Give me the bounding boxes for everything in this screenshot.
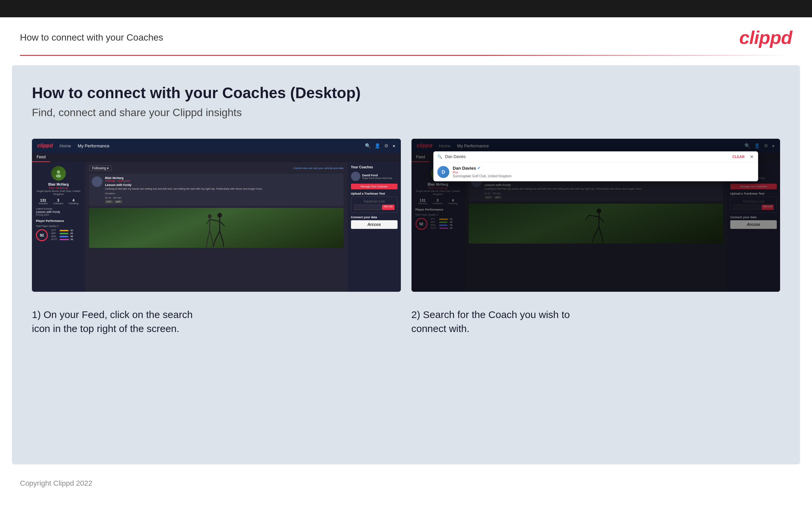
screenshot-1: clippd Home My Performance 🔍 👤 ⚙ ● Feed xyxy=(32,139,401,292)
gear-icon[interactable]: ⚙ xyxy=(384,143,389,149)
tab-bar: Feed xyxy=(32,153,401,162)
clear-button[interactable]: CLEAR xyxy=(732,155,745,159)
result-role: Pro xyxy=(453,171,512,174)
svg-point-2 xyxy=(218,213,222,218)
user-handicap: Plus Handicap xyxy=(36,186,81,189)
copyright-text: Copyright Clippd 2022 xyxy=(20,479,92,488)
nav-home[interactable]: Home xyxy=(59,143,71,149)
clippd-logo: clippd xyxy=(739,27,792,48)
search-icon[interactable]: 🔍 xyxy=(365,143,371,149)
tag-ott: OTT xyxy=(105,200,113,203)
followers-stat: 3 Followers xyxy=(53,198,63,205)
trackman-input-row: Add Link xyxy=(354,205,394,210)
latest-activity-title: Lesson with Fordy xyxy=(36,210,81,214)
left-panel: Blair McHarg Plus Handicap Royal North D… xyxy=(32,162,85,292)
coach-avatar xyxy=(351,172,360,181)
tag-app: APP xyxy=(114,200,122,203)
svg-line-16 xyxy=(212,241,213,247)
coach-name: David Ford xyxy=(362,174,392,177)
upload-section: Upload a Trackman Test Trackman Link Add… xyxy=(351,192,397,213)
search-input[interactable]: Dan Davies xyxy=(445,154,729,159)
step-1-text: 1) On your Feed, click on the searchicon… xyxy=(32,308,401,336)
app-ui-1: clippd Home My Performance 🔍 👤 ⚙ ● Feed xyxy=(32,139,401,292)
close-search-button[interactable]: ✕ xyxy=(750,154,754,159)
user-icon[interactable]: 👤 xyxy=(375,143,380,149)
search-overlay: 🔍 Dan Davies CLEAR ✕ D Dan Davies ✔ Pro xyxy=(433,152,758,181)
score-bars: OTT 90 APP 85 xyxy=(51,229,73,241)
stats-row: 131 Activities 3 Followers 4 Following xyxy=(36,198,81,205)
app-body-1: Blair McHarg Plus Handicap Royal North D… xyxy=(32,162,401,292)
svg-line-6 xyxy=(206,220,210,224)
activities-stat: 131 Activities xyxy=(39,198,48,205)
svg-line-15 xyxy=(206,241,207,247)
nav-my-performance[interactable]: My Performance xyxy=(78,143,109,149)
app-ui-2: clippd Home My Performance 🔍 👤 ⚙ ● Feed xyxy=(412,139,780,292)
post-title: Lesson with Fordy xyxy=(105,183,341,186)
following-stat: 4 Following xyxy=(68,198,79,205)
steps-row: 1) On your Feed, click on the searchicon… xyxy=(32,308,780,336)
following-button[interactable]: Following ▾ xyxy=(89,165,112,171)
svg-point-1 xyxy=(56,174,61,178)
upload-title: Upload a Trackman Test xyxy=(351,192,397,195)
svg-line-5 xyxy=(210,220,220,221)
arccos-box: Arccos xyxy=(351,220,397,229)
post-club: Yesterday · Sunningdale xyxy=(105,180,341,182)
player-perf: Player Performance Total Player Quality … xyxy=(36,219,81,241)
manage-coaches-btn[interactable]: Manage Your Coaches xyxy=(351,184,397,189)
step-2-text: 2) Search for the Coach you wish toconne… xyxy=(412,308,780,336)
latest-activity-date: 03 Aug 2022 xyxy=(36,214,81,216)
right-panel: Your Coaches David Ford Royal North Devo… xyxy=(348,162,401,292)
svg-line-14 xyxy=(210,230,212,241)
coach-item: David Ford Royal North Devon Golf Club xyxy=(351,172,397,181)
svg-point-11 xyxy=(208,214,212,218)
screenshot-2: clippd Home My Performance 🔍 👤 ⚙ ● Feed xyxy=(412,139,780,292)
section-subtitle: Find, connect and share your Clippd insi… xyxy=(32,107,780,119)
total-quality-label: Total Player Quality ⓘ xyxy=(36,224,81,228)
svg-line-8 xyxy=(220,231,223,242)
post-duration: Duration xyxy=(105,192,341,195)
verified-badge: ✔ xyxy=(477,166,480,170)
header: How to connect with your Coaches clippd xyxy=(0,17,812,55)
app-logo: clippd xyxy=(37,143,53,149)
result-name: Dan Davies ✔ xyxy=(453,166,512,171)
footer: Copyright Clippd 2022 xyxy=(0,474,812,493)
header-divider xyxy=(20,55,792,56)
add-link-btn[interactable]: Add Link xyxy=(382,205,394,210)
svg-line-4 xyxy=(220,221,225,226)
user-club: Royal North Devon Golf Club, United King… xyxy=(36,189,81,196)
user-name: Blair McHarg xyxy=(36,183,81,186)
result-avatar: D xyxy=(437,166,449,178)
connect-data-title: Connect your data xyxy=(351,216,397,219)
avatar-icon[interactable]: ● xyxy=(392,143,395,149)
svg-line-9 xyxy=(213,241,215,247)
post-avatar xyxy=(92,176,102,187)
arccos-text: Arccos xyxy=(353,222,395,227)
post-content: Blair McHarg Yesterday · Sunningdale Les… xyxy=(105,176,341,203)
section-title: How to connect with your Coaches (Deskto… xyxy=(32,84,780,102)
svg-line-10 xyxy=(223,242,224,247)
result-club: Sunningdale Golf Club, United Kingdom xyxy=(453,174,512,178)
top-bar xyxy=(0,0,812,17)
latest-activity-label: Latest Activity xyxy=(36,207,81,210)
feed-tab[interactable]: Feed xyxy=(32,153,50,162)
duration-tags: OTT APP xyxy=(105,200,341,203)
screenshots-row: clippd Home My Performance 🔍 👤 ⚙ ● Feed xyxy=(32,139,780,292)
control-link[interactable]: Control who can see your activity and da… xyxy=(293,167,344,170)
post-duration-value: 01 hr : 30 min xyxy=(105,196,341,199)
post-author: Blair McHarg xyxy=(105,176,341,180)
svg-point-0 xyxy=(57,170,60,174)
search-bar: 🔍 Dan Davies CLEAR ✕ xyxy=(433,152,758,162)
nav-right: 🔍 👤 ⚙ ● xyxy=(365,143,395,149)
trackman-link-text: Trackman Link xyxy=(354,200,394,203)
coach-club: Royal North Devon Golf Club xyxy=(362,177,392,179)
page-title: How to connect with your Coaches xyxy=(20,32,163,43)
main-content: How to connect with your Coaches (Deskto… xyxy=(12,65,800,464)
middle-panel: Following ▾ Control who can see your act… xyxy=(85,162,348,292)
trackman-input[interactable] xyxy=(354,205,381,210)
post-image xyxy=(89,208,344,248)
following-row: Following ▾ Control who can see your act… xyxy=(89,165,344,171)
post-card: Blair McHarg Yesterday · Sunningdale Les… xyxy=(89,174,344,206)
svg-line-7 xyxy=(215,231,220,241)
your-coaches-title: Your Coaches xyxy=(351,165,397,169)
search-result[interactable]: D Dan Davies ✔ Pro Sunningdale Golf Club… xyxy=(433,162,758,181)
